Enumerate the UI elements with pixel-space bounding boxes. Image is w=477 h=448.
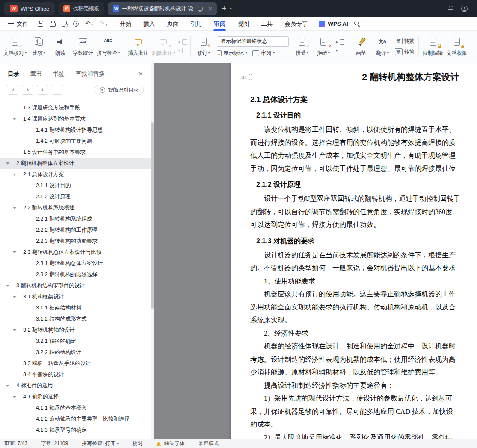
tab-list-chevron-icon[interactable]: ▾ <box>230 6 232 11</box>
history-icon[interactable] <box>73 21 79 27</box>
toc-item[interactable]: 3.1 机构框架设计 <box>0 291 151 302</box>
sidebar-tab[interactable]: 书签 <box>53 70 65 78</box>
insert-comment-button[interactable]: 插入批注 <box>126 33 150 60</box>
word-count-button[interactable]: 123 字数统计 <box>71 33 95 60</box>
chevron-down-icon[interactable] <box>13 174 16 176</box>
toc-item[interactable]: 2.2.3 翻转机构的功能要求 <box>0 236 151 247</box>
chevron-down-icon[interactable] <box>6 285 9 287</box>
word-count-status[interactable]: 字数: 21109 <box>41 440 68 447</box>
chevron-down-icon[interactable] <box>13 396 16 398</box>
toc-item[interactable]: 4.1 轴承的选择 <box>0 391 151 402</box>
toc-item[interactable]: 2.3.1 翻转机构总体方案设计 <box>0 258 151 269</box>
print-icon[interactable] <box>50 23 56 27</box>
toc-item[interactable]: 3.4 平衡块的设计 <box>0 369 151 380</box>
sidebar-tab[interactable]: 查找和替换 <box>76 70 105 78</box>
chevron-down-icon[interactable] <box>13 251 16 253</box>
toc-item[interactable]: 2.2.2 翻转机构的工作原理 <box>0 224 151 236</box>
markup-state-select[interactable]: 显示标记的最终状态 ▾ <box>217 36 289 47</box>
zoom-out-level-button[interactable]: − <box>52 85 63 95</box>
chevron-down-icon[interactable]: ▾ <box>106 22 107 27</box>
toc-item[interactable]: 1.3 课题研究方法和手段 <box>0 102 151 113</box>
menu-tab[interactable]: 页面 <box>161 17 184 31</box>
toc-item[interactable]: 2.1.2 设计原理 <box>0 191 151 202</box>
print-preview-icon[interactable] <box>62 21 67 27</box>
toc-item[interactable]: 2 翻转机构整体方案设计 <box>0 158 151 169</box>
next-change-button[interactable] <box>335 48 344 53</box>
reject-change-button[interactable]: × 拒绝▾ <box>313 33 334 60</box>
toc-item[interactable]: 2.2.1 翻转机构系统组成 <box>0 213 151 224</box>
accept-change-button[interactable]: ✓ 接受▾ <box>291 33 313 60</box>
menu-tab[interactable]: 审阅 <box>208 17 231 31</box>
spellcheck-status[interactable]: 拼写检查: 打开▾ <box>82 440 119 447</box>
document-page[interactable]: H1 2 翻转机构整体方案设计2.1 总体设计方案2.1.1 设计目的该变位机构… <box>231 63 477 439</box>
redo-button[interactable]: ↷ ▾ <box>99 21 107 27</box>
heading-drag-handle[interactable]: H1 <box>241 74 252 80</box>
toc-item[interactable]: 2.1.1 设计目的 <box>0 180 151 191</box>
toc-item[interactable]: 3.1.2 结构的成形方式 <box>0 313 151 324</box>
toc-item[interactable]: 2.2 翻转机构系统概述 <box>0 202 151 213</box>
toc-item[interactable]: 4 标准件的选用 <box>0 380 151 391</box>
menu-tab[interactable]: 工具 <box>255 17 278 31</box>
menu-tab[interactable]: 插入 <box>137 17 161 31</box>
translate-button[interactable]: 文A 翻译▾ <box>372 33 393 60</box>
file-menu-button[interactable]: 文件 <box>5 20 30 28</box>
previous-change-button[interactable] <box>335 39 344 45</box>
show-markup-button[interactable]: 显示标记 ▾ <box>217 50 247 57</box>
toc-item[interactable]: 3.3 踏板、转盘及手轮的设计 <box>0 358 151 369</box>
tab-docer-templates[interactable]: 稻 找稻壳模板 <box>59 2 104 15</box>
menu-tab[interactable]: 开始 <box>114 17 137 31</box>
zoom-in-level-button[interactable]: + <box>37 85 48 95</box>
simplified-to-traditional-button[interactable]: 简 转繁 <box>395 38 415 45</box>
toc-item[interactable]: 4.1.3 轴承型号的确定 <box>0 424 151 436</box>
missing-fonts-warning[interactable]: 缺失字体 <box>156 440 184 447</box>
previous-comment-button[interactable] <box>178 39 187 45</box>
delete-comment-button[interactable]: × 删除批注▾ <box>150 33 177 60</box>
doc-proofread-button[interactable]: ✓ 文档校对▾ <box>2 33 28 60</box>
chevron-down-icon[interactable]: ▾ <box>92 22 93 27</box>
read-aloud-button[interactable]: 朗读 <box>50 33 71 60</box>
menu-tab[interactable]: 引用 <box>184 17 208 31</box>
sidebar-tab[interactable]: 章节 <box>30 70 42 78</box>
close-icon[interactable]: × <box>208 6 212 12</box>
chevron-down-icon[interactable] <box>13 207 16 209</box>
wps-office-home-tab[interactable]: W WPS Office <box>4 2 55 15</box>
restrict-editing-button[interactable]: 限制编辑 <box>421 33 445 60</box>
review-pane-button[interactable]: 审阅 ▾ <box>252 50 275 57</box>
notifications-bell-icon[interactable] <box>448 6 453 12</box>
toc-item[interactable]: 3.2.2 轴的结构设计 <box>0 347 151 358</box>
doc-permission-button[interactable]: 文档权限 <box>445 33 469 60</box>
collapse-all-button[interactable]: ∧ <box>22 85 33 95</box>
toc-item[interactable]: 2.3 翻转机构总体方案设计与比较 <box>0 247 151 258</box>
undo-button[interactable]: ↶ ▾ <box>85 21 93 27</box>
chevron-down-icon[interactable] <box>6 385 9 387</box>
traditional-to-simplified-button[interactable]: 繁 转简 <box>395 48 415 56</box>
menu-tab[interactable]: 会员专享 <box>278 17 314 31</box>
track-changes-button[interactable]: ✎ 修订▾ <box>193 33 214 60</box>
toc-item[interactable]: 1.5 设计任务书的基本要求 <box>0 147 151 158</box>
compatibility-mode-status[interactable]: 兼容模式 <box>198 440 219 447</box>
toc-item[interactable]: 4.1.1 轴承的基本概念 <box>0 402 151 413</box>
toc-item[interactable]: 3.2 翻转机构轴的设计 <box>0 324 151 336</box>
sidebar-tab[interactable]: 目录 <box>8 70 19 78</box>
chevron-down-icon[interactable] <box>13 296 16 298</box>
wps-ai-button[interactable]: WPS AI <box>319 21 348 27</box>
toc-item[interactable]: 3.1.1 框架结构材料 <box>0 302 151 313</box>
sidebar-scrollbar[interactable] <box>151 63 154 439</box>
chevron-down-icon[interactable] <box>13 118 16 120</box>
account-avatar[interactable] <box>461 6 468 12</box>
smart-toc-button[interactable]: 智能识别目录 <box>95 85 144 95</box>
compare-button[interactable]: 比较▾ <box>28 33 50 60</box>
tab-document-active[interactable]: W 一种焊接设备翻转机构设计 说 × <box>108 2 216 15</box>
expand-all-button[interactable]: ∨ <box>7 85 18 95</box>
page-number-status[interactable]: 页面: 7/43 <box>4 440 27 447</box>
search-icon[interactable] <box>354 21 361 27</box>
toc-item[interactable]: 1.4.2 可解决的主要问题 <box>0 136 151 147</box>
spell-check-button[interactable]: ABC 拼写检查▾ <box>95 33 121 60</box>
ink-pen-button[interactable]: 画笔 <box>350 33 372 60</box>
toc-item[interactable]: 3 翻转机构结构零部件的设计 <box>0 280 151 291</box>
toc-item[interactable]: 1.4 课题应达到的基本要求 <box>0 113 151 124</box>
new-tab-button[interactable]: + <box>222 5 227 12</box>
toc-item[interactable]: 2.3.2 翻转机构的比较选择 <box>0 269 151 280</box>
chevron-down-icon[interactable] <box>6 162 9 165</box>
next-comment-button[interactable] <box>178 48 187 53</box>
